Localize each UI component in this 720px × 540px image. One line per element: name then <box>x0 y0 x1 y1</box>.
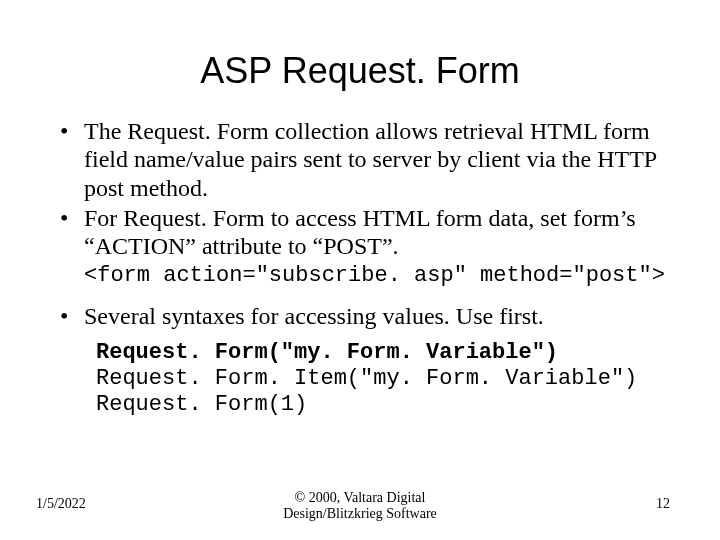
bullet-item: Several syntaxes for accessing values. U… <box>60 302 670 330</box>
footer-copyright-line2: Design/Blitzkrieg Software <box>283 506 437 521</box>
footer-copyright-line1: © 2000, Valtara Digital <box>295 490 426 505</box>
bullet-item: For Request. Form to access HTML form da… <box>60 204 670 261</box>
page-title: ASP Request. Form <box>50 50 670 92</box>
code-syntax-block: Request. Form("my. Form. Variable") Requ… <box>96 340 670 418</box>
code-line: Request. Form(1) <box>96 392 670 418</box>
code-line: Request. Form("my. Form. Variable") <box>96 340 670 366</box>
footer-copyright: © 2000, Valtara Digital Design/Blitzkrie… <box>0 490 720 522</box>
footer-page-number: 12 <box>656 496 670 512</box>
bullet-item: The Request. Form collection allows retr… <box>60 117 670 202</box>
slide: ASP Request. Form The Request. Form coll… <box>0 0 720 540</box>
bullet-list: Several syntaxes for accessing values. U… <box>50 302 670 330</box>
bullet-list: The Request. Form collection allows retr… <box>50 117 670 261</box>
code-form-tag: <form action="subscribe. asp" method="po… <box>84 263 670 288</box>
code-line: Request. Form. Item("my. Form. Variable"… <box>96 366 670 392</box>
